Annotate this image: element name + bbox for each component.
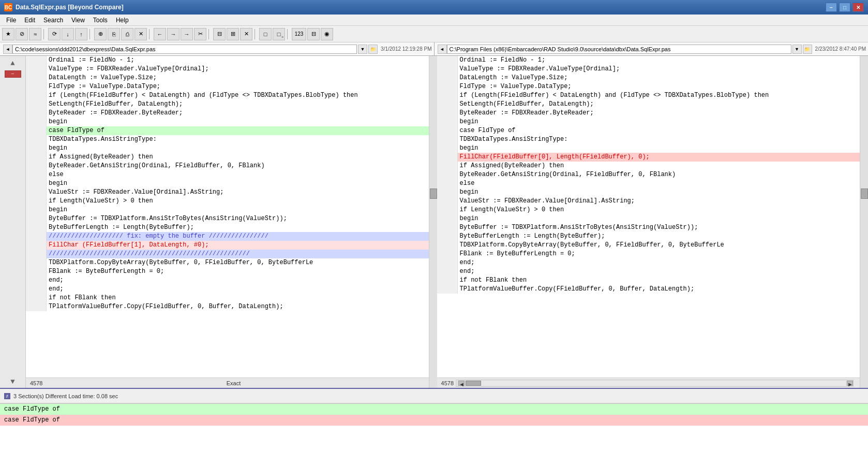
line-number	[437, 267, 458, 276]
right-path-input[interactable]	[447, 45, 791, 54]
left-path-input[interactable]	[12, 45, 357, 54]
toolbar-btn-close[interactable]: ✕	[134, 28, 147, 40]
close-button[interactable]: ✕	[852, 3, 864, 12]
line-text: Ordinal := FieldNo - 1;	[458, 56, 860, 65]
toolbar-btn-paste[interactable]: ⎙	[121, 28, 133, 40]
menu-tools[interactable]: Tools	[89, 16, 112, 25]
right-path-dropdown[interactable]: ▼	[792, 45, 802, 54]
toolbar-btn-right2[interactable]: →	[181, 28, 193, 40]
right-line-num-bar: 4578 ◄ ►	[437, 378, 860, 388]
toolbar-btn-square2[interactable]: □≡	[273, 28, 285, 40]
toolbar-btn-right1[interactable]: →	[167, 28, 179, 40]
line-text: ByteBuffer := TDBXPlatform.AnsiStrToByte…	[47, 214, 429, 223]
line-number	[437, 82, 458, 91]
menu-view[interactable]: View	[67, 16, 89, 25]
right-horizontal-scrollbar[interactable]: ◄ ►	[456, 380, 854, 387]
toolbar-btn-123[interactable]: 123	[292, 28, 306, 40]
code-line: if Assigned(ByteReader) then	[437, 162, 860, 170]
toolbar-separator-2	[89, 29, 92, 39]
right-code-area[interactable]: Ordinal := FieldNo - 1;ValueType := FDBX…	[437, 56, 860, 378]
code-line: case FldType of	[437, 126, 860, 135]
line-number	[26, 74, 47, 82]
code-line: else	[26, 170, 429, 179]
line-number	[437, 197, 458, 206]
menu-search[interactable]: Search	[39, 16, 67, 25]
line-text: if Length(ValueStr) > 0 then	[458, 206, 860, 214]
menu-edit[interactable]: Edit	[20, 16, 39, 25]
toolbar-btn-up[interactable]: ↑	[75, 28, 87, 40]
line-text: case FldType of	[47, 126, 429, 135]
toolbar-btn-square1[interactable]: □	[259, 28, 272, 40]
toolbar-btn-left[interactable]: ←	[154, 28, 166, 40]
right-panel: Ordinal := FieldNo - 1;ValueType := FDBX…	[437, 56, 860, 388]
line-text: ValueType := FDBXReader.ValueType[Ordina…	[458, 65, 860, 74]
line-number	[437, 162, 458, 170]
line-text: begin	[458, 188, 860, 197]
toolbar-btn-circle[interactable]: ◉	[321, 28, 333, 40]
line-number	[437, 109, 458, 118]
code-line: ////////////////////////////////////////…	[26, 250, 429, 258]
line-number	[26, 206, 47, 214]
code-line: DataLength := ValueType.Size;	[26, 74, 429, 82]
toolbar-btn-find[interactable]: ⊕	[94, 28, 107, 40]
line-text: ValueStr := FDBXReader.Value[Ordinal].As…	[458, 197, 860, 206]
toolbar-btn-plus[interactable]: ⊞	[227, 28, 239, 40]
toolbar-btn-2[interactable]: ⊘	[16, 28, 28, 40]
line-number	[26, 285, 47, 294]
line-number	[437, 144, 458, 153]
right-scrollbar-thumb[interactable]	[466, 381, 481, 386]
line-number	[437, 91, 458, 100]
line-number	[437, 258, 458, 267]
toolbar-btn-minus[interactable]: ⊟	[213, 28, 226, 40]
left-code-area[interactable]: Ordinal := FieldNo - 1;ValueType := FDBX…	[26, 56, 429, 378]
right-edge-scroll[interactable]	[860, 56, 868, 388]
line-text: ByteReader.GetAnsiString(Ordinal, FField…	[47, 162, 429, 170]
line-text: FBlank := ByteBufferLength = 0;	[47, 267, 429, 276]
line-number	[437, 135, 458, 144]
code-line: ValueType := FDBXReader.ValueType[Ordina…	[26, 65, 429, 74]
left-path-back[interactable]: ◄	[3, 45, 12, 54]
line-number	[437, 74, 458, 82]
toolbar-btn-down[interactable]: ↓	[62, 28, 74, 40]
line-number	[26, 82, 47, 91]
maximize-button[interactable]: □	[839, 3, 850, 12]
right-scrollbar-left-btn[interactable]: ◄	[458, 381, 465, 386]
gutter-down-arrow[interactable]: ▼	[9, 376, 16, 388]
left-path-browse[interactable]: 📁	[368, 45, 378, 54]
gutter-up-arrow[interactable]: ▲	[9, 58, 16, 68]
line-text: ValueType := FDBXReader.ValueType[Ordina…	[47, 65, 429, 74]
right-edge-thumb[interactable]	[861, 188, 868, 199]
code-line: if (Length(FFieldBuffer) < DataLength) a…	[26, 91, 429, 100]
line-number	[437, 118, 458, 126]
line-text: begin	[47, 179, 429, 188]
code-line: begin	[26, 118, 429, 126]
minimize-button[interactable]: −	[826, 3, 837, 12]
right-scroll-marker[interactable]	[429, 56, 437, 388]
left-path-dropdown[interactable]: ▼	[358, 45, 367, 54]
right-path-back[interactable]: ◄	[438, 45, 447, 54]
line-text: if Length(ValueStr) > 0 then	[47, 197, 429, 206]
gutter-mark[interactable]: —	[5, 70, 21, 78]
toolbar-btn-copy[interactable]: ⎘	[108, 28, 120, 40]
toolbar-btn-cut[interactable]: ✂	[194, 28, 206, 40]
code-line: if Assigned(ByteReader) then	[26, 153, 429, 162]
toolbar-btn-1[interactable]: ★	[2, 28, 14, 40]
toolbar-btn-monitor[interactable]: ⊟	[307, 28, 320, 40]
right-scrollbar-track[interactable]	[466, 381, 846, 386]
code-line: else	[437, 179, 860, 188]
toolbar-btn-x[interactable]: ✕	[240, 28, 252, 40]
code-line: TDBXPlatform.CopyByteArray(ByteBuffer, 0…	[437, 241, 860, 250]
menu-file[interactable]: File	[2, 16, 20, 25]
line-number	[26, 126, 47, 135]
code-line: Ordinal := FieldNo - 1;	[26, 56, 429, 65]
line-number	[26, 135, 47, 144]
right-path-browse[interactable]: 📁	[803, 45, 812, 54]
right-scroll-thumb[interactable]	[430, 188, 437, 199]
toolbar-btn-3[interactable]: ≈	[29, 28, 41, 40]
toolbar-separator-1	[43, 29, 46, 39]
code-line: ByteBufferLength := Length(ByteBuffer);	[26, 223, 429, 232]
toolbar-separator-6	[287, 29, 290, 39]
menu-help[interactable]: Help	[112, 16, 133, 25]
toolbar-btn-refresh[interactable]: ⟳	[48, 28, 61, 40]
right-scrollbar-right-btn[interactable]: ►	[847, 381, 853, 386]
